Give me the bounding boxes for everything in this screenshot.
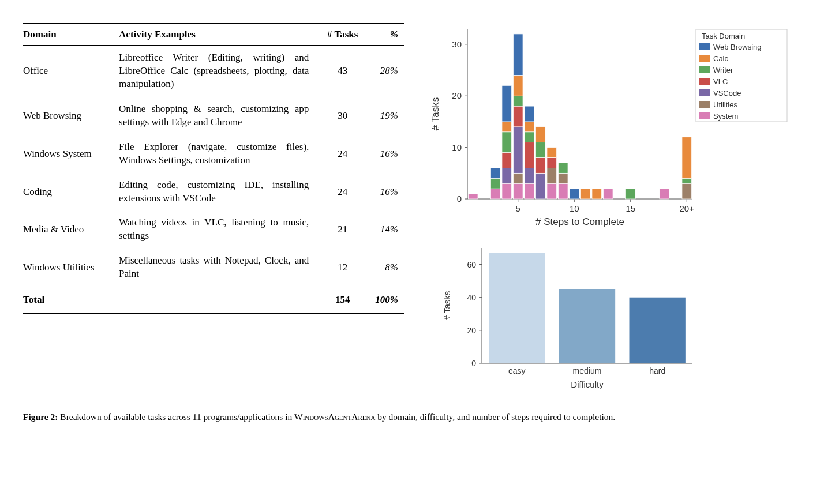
svg-rect-93 [630, 298, 686, 363]
svg-rect-25 [502, 132, 512, 153]
svg-rect-18 [468, 194, 478, 199]
cell-examples: Watching videos in VLC, listening to mus… [119, 210, 323, 249]
domain-table-section: Domain Activity Examples # Tasks % Offic… [23, 23, 404, 314]
table-row: Windows UtilitiesMiscellaneous tasks wit… [23, 249, 404, 287]
figure-caption: Figure 2: Breakdown of available tasks a… [23, 411, 816, 423]
svg-rect-41 [535, 173, 545, 199]
arena-name: WindowsAgentArena [294, 412, 375, 422]
svg-text:Web Browsing: Web Browsing [713, 43, 762, 51]
svg-rect-23 [502, 168, 512, 183]
svg-rect-39 [525, 122, 534, 132]
col-domain: Domain [23, 24, 119, 46]
svg-text:15: 15 [625, 204, 635, 213]
svg-rect-44 [535, 127, 545, 142]
svg-rect-27 [502, 85, 512, 122]
svg-text:VSCode: VSCode [713, 89, 741, 97]
svg-rect-26 [502, 122, 512, 132]
cell-domain: Media & Video [23, 210, 119, 249]
cell-tasks: 12 [323, 249, 368, 287]
svg-rect-51 [558, 163, 568, 173]
cell-pct: 28% [368, 46, 404, 97]
cell-examples: File Explorer (navigate, customize files… [119, 135, 323, 173]
svg-rect-53 [580, 189, 590, 199]
svg-rect-24 [502, 153, 512, 168]
svg-rect-65 [699, 43, 710, 50]
svg-rect-43 [535, 142, 545, 158]
svg-text:# Tasks: # Tasks [442, 291, 452, 321]
svg-rect-77 [699, 112, 710, 119]
cell-tasks: 24 [323, 173, 368, 211]
cell-pct: 16% [368, 135, 404, 173]
svg-text:20: 20 [452, 91, 462, 100]
svg-text:20: 20 [467, 326, 476, 335]
svg-rect-49 [558, 183, 568, 199]
svg-rect-52 [570, 189, 579, 199]
svg-rect-40 [525, 106, 534, 122]
svg-text:0: 0 [471, 359, 476, 368]
cell-tasks: 30 [323, 97, 368, 135]
caption-text-pre: Breakdown of available tasks across 11 p… [58, 412, 294, 422]
svg-rect-31 [513, 106, 523, 127]
cell-pct: 16% [368, 173, 404, 211]
svg-rect-71 [699, 78, 710, 85]
svg-rect-67 [699, 55, 710, 62]
svg-rect-42 [535, 157, 545, 173]
svg-rect-37 [525, 142, 534, 168]
svg-rect-54 [592, 189, 602, 199]
cell-domain: Windows Utilities [23, 249, 119, 287]
cell-domain: Office [23, 46, 119, 97]
svg-text:10: 10 [570, 204, 579, 213]
svg-rect-36 [525, 168, 534, 183]
svg-rect-20 [490, 178, 500, 189]
svg-text:Difficulty: Difficulty [571, 379, 604, 389]
figure-label: Figure 2: [23, 412, 58, 422]
svg-text:easy: easy [508, 366, 526, 375]
svg-rect-56 [625, 189, 635, 199]
svg-text:5: 5 [516, 204, 520, 213]
cell-tasks: 154 [323, 287, 368, 314]
svg-rect-30 [513, 127, 523, 173]
svg-text:20+: 20+ [680, 204, 695, 213]
svg-rect-28 [513, 183, 523, 199]
svg-rect-75 [699, 101, 710, 108]
svg-rect-60 [682, 137, 692, 179]
svg-rect-21 [490, 168, 500, 178]
svg-text:Calc: Calc [713, 54, 729, 63]
svg-text:30: 30 [452, 39, 462, 49]
col-pct: % [368, 24, 404, 46]
table-row: Windows SystemFile Explorer (navigate, c… [23, 135, 404, 173]
cell-domain: Windows System [23, 135, 119, 173]
cell-examples: Libreoffice Writer (Editing, writing) an… [119, 46, 323, 97]
svg-text:VLC: VLC [713, 77, 728, 86]
svg-rect-45 [547, 183, 557, 199]
charts-section: 01020305101520+# Steps to Complete# Task… [427, 23, 816, 392]
cell-pct: 100% [368, 287, 404, 314]
svg-text:0: 0 [457, 194, 462, 204]
cell-examples: Editing code, customizing IDE, installin… [119, 173, 323, 211]
cell-pct: 14% [368, 210, 404, 249]
cell-pct: 8% [368, 249, 404, 287]
cell-domain: Web Browsing [23, 97, 119, 135]
svg-rect-38 [525, 132, 534, 142]
cell-domain: Total [23, 287, 119, 314]
cell-tasks: 24 [323, 135, 368, 173]
svg-rect-73 [699, 89, 710, 96]
svg-rect-69 [699, 66, 710, 73]
svg-text:Writer: Writer [713, 66, 733, 74]
svg-text:40: 40 [467, 293, 476, 302]
svg-rect-35 [525, 183, 534, 199]
caption-text-post: by domain, difficulty, and number of ste… [375, 412, 615, 422]
table-row: CodingEditing code, customizing IDE, ins… [23, 173, 404, 211]
svg-text:# Tasks: # Tasks [430, 97, 441, 130]
svg-text:60: 60 [467, 260, 476, 269]
svg-rect-33 [513, 75, 523, 96]
table-row: Web BrowsingOnline shopping & search, cu… [23, 97, 404, 135]
cell-domain: Coding [23, 173, 119, 211]
svg-rect-46 [547, 168, 557, 183]
svg-rect-48 [547, 148, 557, 158]
table-row: OfficeLibreoffice Writer (Editing, writi… [23, 46, 404, 97]
cell-tasks: 43 [323, 46, 368, 97]
svg-text:System: System [713, 112, 738, 121]
difficulty-bar-chart: 0204060easymediumhardDifficulty# Tasks [427, 242, 816, 392]
cell-examples [119, 287, 323, 314]
